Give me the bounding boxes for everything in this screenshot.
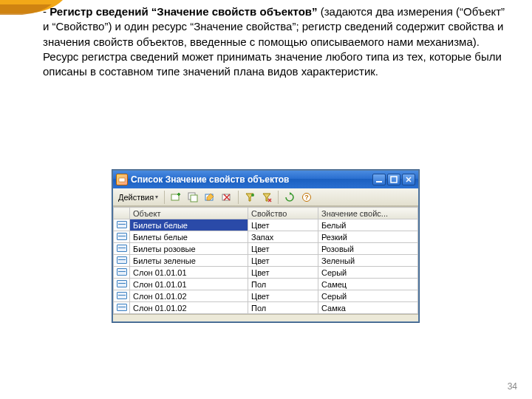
header-row: Объект Свойство Значение свойс... [114, 208, 418, 219]
window-toolbar: Действия ▾ ? [113, 188, 418, 206]
cell-value: Самка [318, 302, 418, 314]
window-title: Список Значение свойств объектов [131, 174, 371, 185]
page-number: 34 [508, 381, 517, 392]
row-type-icon [114, 302, 130, 314]
cell-property: Цвет [248, 255, 318, 267]
cell-object: Слон 01.01.02 [130, 290, 248, 302]
cell-object: Слон 01.01.02 [130, 302, 248, 314]
refresh-icon[interactable] [282, 190, 297, 205]
table-row[interactable]: Билеты зеленыеЦветЗеленый [114, 255, 418, 267]
window-icon [116, 174, 128, 185]
data-grid[interactable]: Объект Свойство Значение свойс... Билеты… [113, 207, 418, 314]
cell-object: Слон 01.01.01 [130, 279, 248, 290]
row-type-icon [114, 290, 130, 302]
cell-property: Пол [248, 279, 318, 290]
cell-value: Серый [318, 267, 418, 279]
cell-property: Цвет [248, 290, 318, 302]
svg-text:?: ? [304, 194, 309, 201]
header-icon-col[interactable] [114, 208, 130, 219]
row-type-icon [114, 219, 130, 231]
header-object[interactable]: Объект [130, 208, 248, 219]
cell-object: Билеты белые [130, 231, 248, 243]
table-row[interactable]: Слон 01.01.01ЦветСерый [114, 267, 418, 279]
svg-rect-5 [191, 195, 197, 202]
toolbar-separator [238, 191, 239, 204]
toolbar-separator [164, 191, 165, 204]
cell-property: Пол [248, 302, 318, 314]
row-type-icon [114, 255, 130, 267]
edit-record-icon[interactable] [202, 190, 217, 205]
row-type-icon [114, 279, 130, 290]
cell-object: Билеты розовые [130, 243, 248, 255]
table-row[interactable]: Билеты белыеЦветБелый [114, 219, 418, 231]
cell-value: Серый [318, 290, 418, 302]
header-value[interactable]: Значение свойс... [318, 208, 418, 219]
cell-property: Цвет [248, 267, 318, 279]
svg-rect-2 [391, 177, 397, 183]
dash: - [43, 5, 50, 18]
header-property[interactable]: Свойство [248, 208, 318, 219]
delete-record-icon[interactable] [219, 190, 234, 205]
table-row[interactable]: Слон 01.01.01ПолСамец [114, 279, 418, 290]
table-row[interactable]: Слон 01.01.02ЦветСерый [114, 290, 418, 302]
row-type-icon [114, 267, 130, 279]
cell-property: Запах [248, 231, 318, 243]
chevron-down-icon: ▾ [155, 194, 158, 200]
cell-property: Цвет [248, 219, 318, 231]
cell-property: Цвет [248, 243, 318, 255]
maximize-button[interactable] [387, 174, 400, 185]
window-titlebar: Список Значение свойств объектов [113, 171, 418, 188]
body-paragraph: - Регистр сведений “Значение свойств объ… [43, 4, 511, 79]
actions-label: Действия [118, 193, 154, 202]
help-icon[interactable]: ? [299, 190, 314, 205]
cell-object: Билеты белые [130, 219, 248, 231]
cell-object: Слон 01.01.01 [130, 267, 248, 279]
paragraph-bold: Регистр сведений “Значение свойств объек… [50, 5, 317, 18]
svg-rect-1 [376, 181, 382, 183]
window-footer [113, 314, 418, 321]
row-type-icon [114, 231, 130, 243]
cell-value: Самец [318, 279, 418, 290]
row-type-icon [114, 243, 130, 255]
register-window: Список Значение свойств объектов Действи… [112, 170, 419, 322]
cell-value: Розовый [318, 243, 418, 255]
table-row[interactable]: Слон 01.01.02ПолСамка [114, 302, 418, 314]
svg-point-8 [251, 194, 254, 197]
cell-value: Резкий [318, 231, 418, 243]
toolbar-separator [278, 191, 279, 204]
table-row[interactable]: Билеты белыеЗапахРезкий [114, 231, 418, 243]
copy-record-icon[interactable] [185, 190, 200, 205]
cell-object: Билеты зеленые [130, 255, 248, 267]
minimize-button[interactable] [372, 174, 386, 185]
actions-menu[interactable]: Действия ▾ [116, 193, 160, 202]
filter-remove-icon[interactable] [259, 190, 274, 205]
svg-rect-3 [171, 194, 179, 200]
filter-icon[interactable] [242, 190, 257, 205]
close-button[interactable] [402, 174, 415, 185]
cell-value: Белый [318, 219, 418, 231]
add-record-icon[interactable] [168, 190, 183, 205]
table-row[interactable]: Билеты розовыеЦветРозовый [114, 243, 418, 255]
cell-value: Зеленый [318, 255, 418, 267]
grid-area: Объект Свойство Значение свойс... Билеты… [113, 206, 418, 314]
svg-rect-0 [119, 178, 125, 182]
